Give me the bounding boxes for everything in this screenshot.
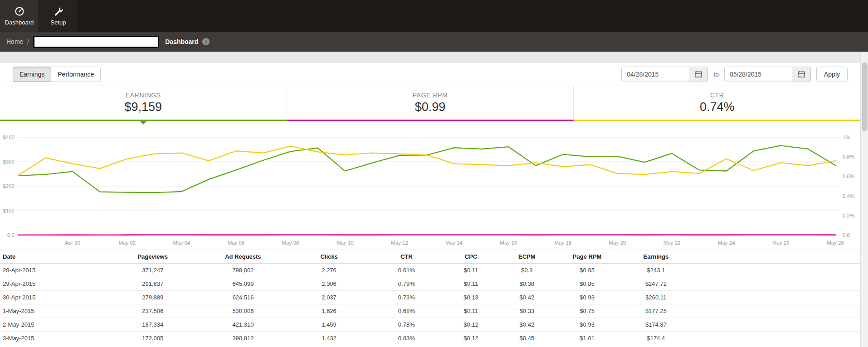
table-cell: 0.73% bbox=[370, 291, 443, 304]
table-cell: 390,812 bbox=[198, 332, 288, 345]
x-axis-tick-label: May 24 bbox=[718, 240, 735, 246]
left-axis-tick-label: $400 bbox=[3, 135, 15, 140]
wrench-icon bbox=[54, 6, 63, 16]
table-cell: $0.11 bbox=[443, 277, 499, 291]
summary-card-earnings[interactable]: EARNINGS $9,159 bbox=[0, 86, 287, 121]
x-axis-tick-label: May 22 bbox=[663, 240, 681, 246]
info-icon[interactable]: i bbox=[202, 38, 210, 45]
date-from-group bbox=[621, 67, 708, 82]
table-cell: 0.79% bbox=[370, 277, 443, 291]
table-cell: $0.93 bbox=[555, 318, 619, 332]
breadcrumb-current: Dashboard bbox=[165, 38, 198, 45]
table-row: 3-May-2015172,005390,8121,4320.83%$0.12$… bbox=[0, 332, 860, 345]
table-row: 28-Apr-2015371,247798,0022,2760.61%$0.11… bbox=[0, 264, 860, 277]
column-header-clicks: Clicks bbox=[288, 250, 370, 264]
left-axis-tick-label: $300 bbox=[3, 159, 15, 164]
summary-card-label: EARNINGS bbox=[126, 92, 161, 99]
x-axis-tick-label: May 26 bbox=[772, 240, 790, 246]
tab-performance[interactable]: Performance bbox=[51, 67, 101, 82]
summary-card-ctr[interactable]: CTR 0.74% bbox=[574, 86, 860, 121]
x-axis-tick-label: May 28 bbox=[827, 240, 844, 246]
table-cell: $174.87 bbox=[619, 318, 692, 332]
column-header-ad-requests: Ad Requests bbox=[198, 250, 288, 264]
table-cell: 172,005 bbox=[107, 332, 198, 345]
summary-card-value: $0.99 bbox=[415, 100, 446, 114]
right-axis-tick-label: 1% bbox=[843, 135, 850, 140]
x-axis-tick-label: May 06 bbox=[228, 240, 245, 246]
date-to-input[interactable] bbox=[724, 67, 792, 82]
nav-item-label: Setup bbox=[51, 19, 66, 26]
table-cell: 0.61% bbox=[370, 264, 443, 277]
table-cell: $0.11 bbox=[443, 304, 499, 318]
x-axis-tick-label: May 20 bbox=[609, 240, 626, 246]
table-cell: $0.93 bbox=[555, 291, 619, 304]
top-navbar: Dashboard Setup bbox=[0, 0, 868, 32]
table-row: 29-Apr-2015291,637645,0992,3060.79%$0.11… bbox=[0, 277, 860, 291]
table-cell: $1.01 bbox=[555, 332, 619, 345]
summary-card-value: $9,159 bbox=[125, 100, 162, 114]
breadcrumb: Home / Dashboard i bbox=[0, 32, 868, 52]
chart-canvas: $400$300$200$1000.01%0.8%0.6%0.4%0.2%0.0… bbox=[0, 125, 860, 250]
table-cell: $0.45 bbox=[499, 332, 555, 345]
nav-item-setup[interactable]: Setup bbox=[39, 0, 78, 32]
tab-earnings[interactable]: Earnings bbox=[13, 67, 51, 82]
column-header-date: Date bbox=[0, 250, 107, 264]
table-cell: $0.38 bbox=[499, 277, 555, 291]
report-tabs: Earnings Performance bbox=[13, 67, 101, 82]
table-cell: 1,459 bbox=[288, 318, 370, 332]
summary-card-page-rpm[interactable]: PAGE RPM $0.99 bbox=[287, 86, 574, 121]
right-axis-tick-label: 0.0 bbox=[843, 232, 850, 238]
table-cell: 237,506 bbox=[107, 304, 198, 318]
report-table: DatePageviewsAd RequestsClicksCTRCPCECPM… bbox=[0, 250, 860, 345]
selected-card-notch bbox=[140, 121, 147, 125]
summary-card-label: CTR bbox=[710, 92, 724, 99]
date-from-input[interactable] bbox=[621, 67, 689, 82]
calendar-icon bbox=[695, 71, 702, 77]
apply-button[interactable]: Apply bbox=[816, 67, 848, 82]
breadcrumb-home-link[interactable]: Home bbox=[6, 38, 23, 45]
table-row: 30-Apr-2015279,889624,5162,0370.73%$0.13… bbox=[0, 291, 860, 304]
table-header-row: DatePageviewsAd RequestsClicksCTRCPCECPM… bbox=[0, 250, 860, 264]
table-cell: 421,310 bbox=[198, 318, 288, 332]
column-header-ctr: CTR bbox=[370, 250, 443, 264]
right-axis-tick-label: 0.4% bbox=[843, 193, 854, 199]
date-to-group bbox=[724, 67, 811, 82]
table-cell: $247.72 bbox=[619, 277, 692, 291]
table-cell: 1-May-2015 bbox=[0, 304, 107, 318]
left-axis-tick-label: $200 bbox=[3, 183, 15, 189]
table-cell: 30-Apr-2015 bbox=[0, 291, 107, 304]
right-axis-tick-label: 0.6% bbox=[843, 174, 854, 179]
table-cell: $0.11 bbox=[443, 264, 499, 277]
x-axis-tick-label: May 10 bbox=[336, 240, 354, 246]
table-cell: $0.75 bbox=[555, 304, 619, 318]
vertical-scrollbar[interactable] bbox=[860, 52, 868, 347]
date-from-calendar-button[interactable] bbox=[689, 67, 708, 82]
date-to-calendar-button[interactable] bbox=[792, 67, 811, 82]
table-cell: 371,247 bbox=[107, 264, 198, 277]
table-row: 1-May-2015237,506530,0061,6260.68%$0.11$… bbox=[0, 304, 860, 318]
date-range-controls: to Apply bbox=[621, 67, 848, 82]
series-line-earnings bbox=[18, 145, 835, 193]
x-axis-tick-label: May 12 bbox=[391, 240, 408, 246]
nav-item-dashboard[interactable]: Dashboard bbox=[0, 0, 39, 32]
table-cell: $243.1 bbox=[619, 264, 692, 277]
table-cell: 530,006 bbox=[198, 304, 288, 318]
table-cell: $0.42 bbox=[499, 291, 555, 304]
x-axis-tick-label: May 04 bbox=[173, 240, 190, 246]
table-cell: 291,637 bbox=[107, 277, 198, 291]
column-header-earnings: Earnings bbox=[619, 250, 692, 264]
summary-cards: EARNINGS $9,159 PAGE RPM $0.99 CTR 0.74% bbox=[0, 86, 860, 121]
earnings-chart: $400$300$200$1000.01%0.8%0.6%0.4%0.2%0.0… bbox=[0, 121, 860, 250]
table-cell: 798,002 bbox=[198, 264, 288, 277]
x-axis-tick-label: May 02 bbox=[118, 240, 136, 246]
column-header-pageviews: Pageviews bbox=[107, 250, 198, 264]
scrollbar-thumb[interactable] bbox=[862, 63, 868, 131]
x-axis-tick-label: Apr 30 bbox=[65, 240, 80, 246]
table-cell: $177.25 bbox=[619, 304, 692, 318]
table-cell: 28-Apr-2015 bbox=[0, 264, 107, 277]
summary-card-label: PAGE RPM bbox=[413, 92, 448, 99]
table-row: 2-May-2015187,334421,3101,4590.78%$0.12$… bbox=[0, 318, 860, 332]
table-cell: $174.4 bbox=[619, 332, 692, 345]
table-cell: 2,276 bbox=[288, 264, 370, 277]
table-cell: 29-Apr-2015 bbox=[0, 277, 107, 291]
